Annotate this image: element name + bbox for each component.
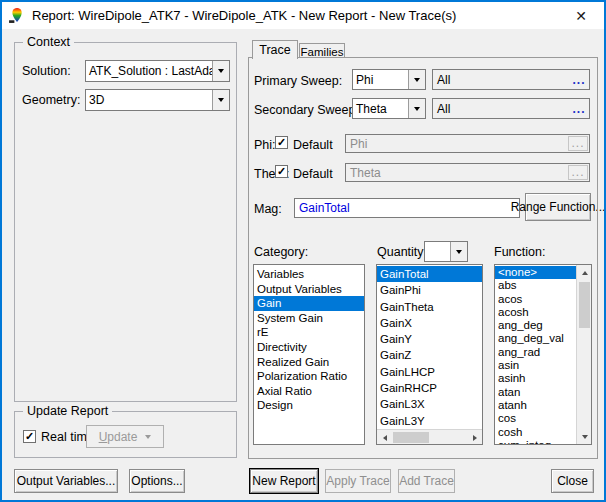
- output-variables-label: Output Variables...: [17, 474, 116, 488]
- add-trace-label: Add Trace: [399, 474, 454, 488]
- geometry-combobox[interactable]: 3D: [85, 89, 230, 111]
- options-label: Options...: [131, 474, 182, 488]
- chevron-down-icon[interactable]: [212, 90, 229, 110]
- new-report-label: New Report: [252, 474, 315, 488]
- solution-combobox[interactable]: ATK_Solution : LastAdapt: [85, 60, 230, 82]
- tab-families[interactable]: Families: [299, 43, 345, 57]
- check-icon: ✓: [25, 431, 34, 442]
- app-icon: [8, 7, 25, 24]
- chevron-down-icon: [145, 435, 151, 439]
- solution-value: ATK_Solution : LastAdapt: [86, 64, 212, 78]
- chevron-down-icon[interactable]: [212, 61, 229, 81]
- close-button[interactable]: Close: [551, 469, 594, 493]
- solution-label: Solution:: [22, 64, 71, 78]
- tab-trace-label: Trace: [259, 43, 291, 57]
- report-dialog: Report: WireDipole_ATK7 - WireDipole_ATK…: [0, 0, 606, 502]
- update-report-group-label: Update Report: [23, 404, 112, 418]
- title-bar: Report: WireDipole_ATK7 - WireDipole_ATK…: [2, 2, 604, 29]
- trace-tab-panel: [248, 57, 598, 459]
- apply-trace-button: Apply Trace: [325, 469, 391, 493]
- add-trace-button: Add Trace: [398, 469, 455, 493]
- options-button[interactable]: Options...: [129, 469, 185, 493]
- update-button-label: Update: [99, 430, 138, 444]
- new-report-button[interactable]: New Report: [250, 469, 318, 493]
- geometry-label: Geometry:: [22, 93, 80, 107]
- context-group-label: Context: [23, 35, 74, 49]
- geometry-value: 3D: [86, 93, 212, 107]
- update-button: Update: [86, 425, 164, 448]
- close-label: Close: [557, 474, 588, 488]
- output-variables-button[interactable]: Output Variables...: [14, 469, 118, 493]
- tab-trace[interactable]: Trace: [252, 40, 298, 59]
- window-title: Report: WireDipole_ATK7 - WireDipole_ATK…: [32, 8, 456, 23]
- close-icon[interactable]: ✕: [566, 4, 596, 27]
- real-time-checkbox[interactable]: ✓: [23, 430, 36, 443]
- apply-trace-label: Apply Trace: [326, 474, 389, 488]
